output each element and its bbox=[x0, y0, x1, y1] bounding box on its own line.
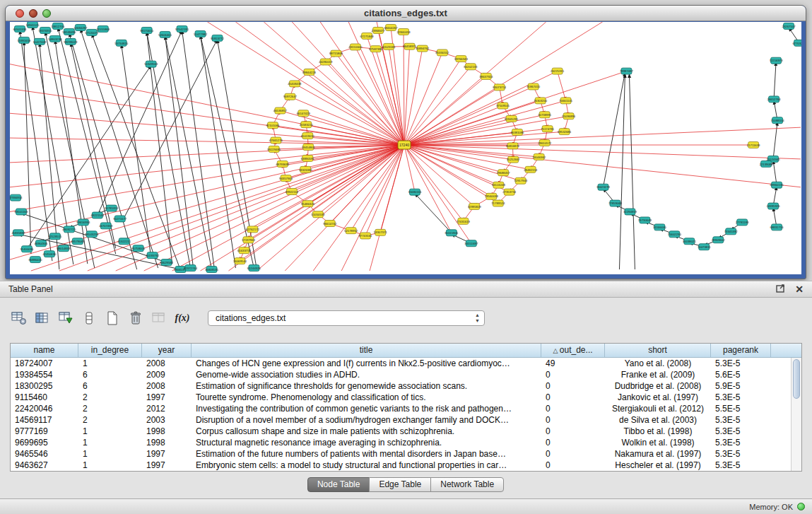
graph-edge bbox=[182, 30, 215, 269]
graph-edge bbox=[320, 22, 404, 145]
cell-short: Hescheler et al. (1997) bbox=[605, 460, 711, 471]
row-selector-icon[interactable] bbox=[80, 310, 98, 327]
zoom-window-button[interactable] bbox=[42, 9, 51, 18]
svg-text:30738991: 30738991 bbox=[538, 113, 552, 117]
tab-node-table[interactable]: Node Table bbox=[307, 477, 370, 492]
cell-name: 19384554 bbox=[11, 369, 78, 380]
network-canvas[interactable]: 5330737197743161521789529661474251050533… bbox=[10, 22, 801, 274]
svg-text:65019010: 65019010 bbox=[301, 134, 315, 138]
minimize-window-button[interactable] bbox=[29, 9, 37, 18]
table-row[interactable]: 2242004622012Investigating the contribut… bbox=[11, 403, 791, 414]
column-header-pagerank[interactable]: pagerank bbox=[711, 344, 771, 357]
column-header-out-degree[interactable]: △ out_de... bbox=[541, 344, 605, 357]
graph-edge bbox=[619, 74, 625, 269]
cell-in_degree: 1 bbox=[78, 437, 142, 448]
svg-text:17197963: 17197963 bbox=[242, 238, 256, 242]
svg-text:75174781: 75174781 bbox=[541, 127, 555, 131]
svg-text:42450630: 42450630 bbox=[42, 252, 57, 256]
table-selector[interactable]: citations_edges.txt ▲▼ bbox=[208, 310, 485, 326]
svg-text:49221144: 49221144 bbox=[90, 214, 104, 217]
graph-edge bbox=[10, 113, 404, 145]
svg-text:68404267: 68404267 bbox=[384, 26, 399, 30]
svg-text:83501163: 83501163 bbox=[15, 210, 28, 214]
cell-filler bbox=[771, 414, 791, 426]
graph-edge bbox=[773, 122, 777, 159]
combo-arrows-icon: ▲▼ bbox=[475, 313, 480, 324]
cell-out_degree: 0 bbox=[541, 426, 605, 437]
cell-pagerank: 5.6E-5 bbox=[711, 369, 771, 380]
table-row[interactable]: 1456911722003Disruption of a novel membe… bbox=[11, 414, 791, 426]
svg-text:76730649: 76730649 bbox=[638, 218, 652, 222]
svg-text:53734820: 53734820 bbox=[114, 42, 129, 45]
cell-short: Dudbridge et al. (2008) bbox=[605, 380, 711, 392]
cell-in_degree: 6 bbox=[78, 369, 142, 380]
cell-year: 2009 bbox=[142, 369, 192, 380]
table-row[interactable]: 946362711997Embryonic stem cells: a mode… bbox=[11, 460, 791, 471]
svg-text:71088554: 71088554 bbox=[771, 119, 785, 122]
column-header-name[interactable]: name bbox=[11, 344, 78, 357]
graph-edge bbox=[235, 22, 404, 145]
svg-text:85758001: 85758001 bbox=[131, 247, 146, 250]
show-columns-icon[interactable] bbox=[33, 310, 52, 327]
svg-text:26652764: 26652764 bbox=[767, 98, 782, 101]
table-selector-value: citations_edges.txt bbox=[216, 313, 286, 323]
graph-edge bbox=[404, 145, 498, 185]
column-header-short[interactable]: short bbox=[605, 344, 711, 357]
svg-text:94785353: 94785353 bbox=[105, 206, 119, 210]
svg-text:44280019: 44280019 bbox=[319, 60, 333, 64]
svg-text:44707468: 44707468 bbox=[99, 224, 113, 228]
table-scrollbar[interactable] bbox=[791, 358, 801, 471]
close-panel-icon[interactable]: ✕ bbox=[795, 285, 804, 293]
close-window-button[interactable] bbox=[16, 9, 24, 18]
table-row[interactable]: 969969511998Structural magnetic resonanc… bbox=[11, 437, 791, 448]
cell-in_degree: 6 bbox=[78, 380, 142, 392]
svg-text:22840058: 22840058 bbox=[396, 30, 411, 34]
svg-text:46536857: 46536857 bbox=[273, 109, 288, 112]
graph-edge bbox=[629, 74, 635, 269]
memory-status-icon bbox=[797, 503, 805, 510]
table-row[interactable]: 911546021997Tourette syndrome. Phenomeno… bbox=[11, 392, 791, 403]
import-table-icon[interactable] bbox=[57, 310, 75, 327]
rename-column-icon[interactable] bbox=[150, 310, 168, 327]
table-row[interactable]: 1938455462009Genome-wide association stu… bbox=[11, 369, 791, 380]
network-canvas-wrap: 5330737197743161521789529661474251050533… bbox=[10, 22, 801, 274]
new-column-icon[interactable] bbox=[103, 310, 122, 327]
svg-text:31166440: 31166440 bbox=[653, 226, 666, 229]
graph-edge bbox=[404, 115, 545, 145]
table-row[interactable]: 977716911998Corpus callosum shape and si… bbox=[11, 426, 791, 437]
svg-text:51050533: 51050533 bbox=[311, 213, 325, 216]
cell-filler bbox=[771, 358, 791, 369]
column-header-year[interactable]: year bbox=[142, 344, 192, 357]
network-window[interactable]: citations_edges.txt 53307371977431615217… bbox=[5, 5, 806, 279]
table-row[interactable]: 946554611997Estimation of the future num… bbox=[11, 448, 791, 460]
svg-text:87587390: 87587390 bbox=[369, 47, 383, 51]
function-builder-icon[interactable]: f(x) bbox=[173, 310, 192, 327]
svg-text:26225315: 26225315 bbox=[551, 69, 565, 73]
tab-edge-table[interactable]: Edge Table bbox=[369, 477, 431, 492]
float-panel-icon[interactable] bbox=[776, 284, 785, 295]
svg-text:14941125: 14941125 bbox=[26, 23, 40, 27]
graph-edge bbox=[31, 145, 404, 271]
delete-column-icon[interactable] bbox=[126, 310, 145, 327]
svg-text:10427449: 10427449 bbox=[33, 40, 47, 44]
table-mode-icon[interactable] bbox=[10, 310, 28, 327]
table-row[interactable]: 1872400712008Changes of HCN gene express… bbox=[11, 358, 791, 369]
svg-text:22139088: 22139088 bbox=[760, 163, 774, 166]
svg-text:28909602: 28909602 bbox=[712, 238, 726, 242]
table-row[interactable]: 1830029562008Estimation of significance … bbox=[11, 380, 791, 392]
cell-title: Changes of HCN gene expression and I(f) … bbox=[192, 358, 541, 369]
svg-text:88014839: 88014839 bbox=[57, 247, 71, 250]
network-window-titlebar[interactable]: citations_edges.txt bbox=[6, 6, 806, 21]
cell-filler bbox=[771, 426, 791, 437]
tab-network-table[interactable]: Network Table bbox=[430, 477, 504, 492]
table-scrollbar-thumb[interactable] bbox=[793, 359, 800, 399]
cell-pagerank: 5.3E-5 bbox=[711, 448, 771, 460]
svg-text:81945295: 81945295 bbox=[505, 117, 519, 121]
column-header-title[interactable]: title bbox=[192, 344, 541, 357]
cell-pagerank: 5.3E-5 bbox=[711, 358, 771, 369]
svg-text:75602230: 75602230 bbox=[668, 233, 682, 236]
graph-edge bbox=[370, 145, 404, 271]
svg-text:33423278: 33423278 bbox=[596, 185, 611, 189]
graph-edge bbox=[285, 145, 404, 271]
column-header-in-degree[interactable]: in_degree bbox=[78, 344, 142, 357]
